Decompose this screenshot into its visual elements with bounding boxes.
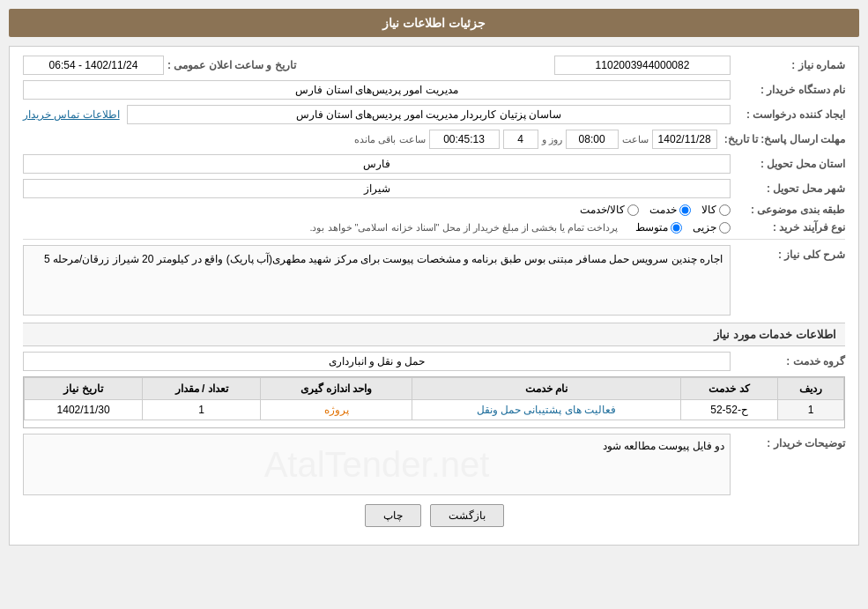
category-label-service: خدمت <box>649 204 677 216</box>
purchase-type-note: پرداخت تمام یا بخشی از مبلغ خریدار از مح… <box>309 222 618 234</box>
purchase-type-row: نوع فرآیند خرید : جزیی متوسط پرداخت تمام… <box>23 221 845 234</box>
description-row: شرح کلی نیاز : اجاره چندین سرویس حمل مسا… <box>23 245 845 316</box>
remaining-time-value: 00:45:13 <box>429 130 500 149</box>
category-option-both: کالا/خدمت <box>580 204 639 216</box>
category-option-service: خدمت <box>649 204 691 216</box>
announce-datetime-value: 1402/11/24 - 06:54 <box>23 56 164 75</box>
page-title: جزئیات اطلاعات نیاز <box>382 16 486 30</box>
city-row: شهر محل تحویل : شیراز <box>23 179 845 198</box>
buyer-notes-row: توضیحات خریدار : دو فایل پیوست مطالعه شو… <box>23 434 845 495</box>
page-wrapper: جزئیات اطلاعات نیاز شماره نیاز : 1102003… <box>0 0 868 609</box>
province-value: فارس <box>23 154 731 174</box>
table-header-row: ردیف کد خدمت نام خدمت واحد اندازه گیری ت… <box>25 378 844 400</box>
cell-unit: پروژه <box>261 400 412 420</box>
creator-contact-link[interactable]: اطلاعات تماس خریدار <box>23 108 120 121</box>
buyer-notes-text: دو فایل پیوست مطالعه شود <box>603 440 724 452</box>
city-value: شیراز <box>23 179 731 198</box>
category-option-goods: کالا <box>701 204 731 216</box>
cell-row-num: 1 <box>778 400 844 420</box>
buyer-notes-value: دو فایل پیوست مطالعه شود AtalTender.net <box>23 434 731 495</box>
cell-date: 1402/11/30 <box>25 400 143 420</box>
main-card: شماره نیاز : 1102003944000082 تاریخ و سا… <box>9 46 859 546</box>
back-button[interactable]: بازگشت <box>430 504 504 527</box>
service-table: ردیف کد خدمت نام خدمت واحد اندازه گیری ت… <box>24 377 844 420</box>
response-time-label: ساعت <box>622 134 649 145</box>
buyer-org-label: نام دستگاه خریدار : <box>731 84 845 96</box>
category-label-both: کالا/خدمت <box>580 204 625 216</box>
category-row: طبقه بندی موضوعی : کالا خدمت کالا/خدمت <box>23 204 845 216</box>
remaining-label: ساعت باقی مانده <box>354 134 425 145</box>
action-buttons: بازگشت چاپ <box>23 504 845 536</box>
purchase-type-radio-group: جزیی متوسط پرداخت تمام یا بخشی از مبلغ خ… <box>309 221 731 234</box>
creator-label: ایجاد کننده درخواست : <box>731 108 845 121</box>
response-days-value: 4 <box>503 130 538 149</box>
service-group-row: گروه خدمت : حمل و نقل و انبارداری <box>23 352 845 371</box>
purchase-type-label: نوع فرآیند خرید : <box>731 221 845 234</box>
services-section-header: اطلاعات خدمات مورد نیاز <box>23 323 845 346</box>
cell-quantity: 1 <box>143 400 261 420</box>
category-radio-both[interactable] <box>627 204 639 216</box>
need-number-row: شماره نیاز : 1102003944000082 تاریخ و سا… <box>23 56 845 75</box>
col-quantity: تعداد / مقدار <box>143 378 261 400</box>
province-label: استان محل تحویل : <box>731 158 845 170</box>
category-label: طبقه بندی موضوعی : <box>731 204 845 216</box>
col-service-code: کد خدمت <box>680 378 777 400</box>
watermark: AtalTender.net <box>264 445 490 485</box>
purchase-type-label-medium: متوسط <box>635 221 668 234</box>
col-row-num: ردیف <box>778 378 844 400</box>
response-time-value: 08:00 <box>566 130 619 149</box>
buyer-notes-label: توضیحات خریدار : <box>731 434 845 449</box>
cell-service-code: ح-52-52 <box>680 400 777 420</box>
description-value: اجاره چندین سرویس حمل مسافر مبتنی بوس طب… <box>23 245 731 316</box>
description-label: شرح کلی نیاز : <box>731 245 845 261</box>
buyer-org-value: مدیریت امور پردیس‌های استان فارس <box>23 80 731 100</box>
purchase-type-radio-partial[interactable] <box>719 222 731 234</box>
need-number-value: 1102003944000082 <box>554 56 731 75</box>
response-days-label: روز و <box>542 134 562 145</box>
response-date-value: 1402/11/28 <box>652 130 717 149</box>
creator-row: ایجاد کننده درخواست : ساسان پزتیان کاربر… <box>23 105 845 124</box>
purchase-type-medium: متوسط <box>635 221 682 234</box>
divider-1 <box>23 239 845 240</box>
buyer-org-row: نام دستگاه خریدار : مدیریت امور پردیس‌ها… <box>23 80 845 100</box>
purchase-type-label-partial: جزیی <box>693 221 716 234</box>
table-row: 1 ح-52-52 فعالیت های پشتیبانی حمل ونقل پ… <box>25 400 844 420</box>
category-radio-service[interactable] <box>679 204 691 216</box>
city-label: شهر محل تحویل : <box>731 182 845 195</box>
category-radio-group: کالا خدمت کالا/خدمت <box>580 204 731 216</box>
col-unit: واحد اندازه گیری <box>261 378 412 400</box>
col-date: تاریخ نیاز <box>25 378 143 400</box>
response-deadline-row: مهلت ارسال پاسخ: تا تاریخ: 1402/11/28 سا… <box>23 130 845 149</box>
service-group-label: گروه خدمت : <box>731 355 845 368</box>
print-button[interactable]: چاپ <box>365 504 421 527</box>
category-radio-goods[interactable] <box>719 204 731 216</box>
page-header: جزئیات اطلاعات نیاز <box>9 9 859 37</box>
service-group-value: حمل و نقل و انبارداری <box>23 352 731 371</box>
cell-service-name: فعالیت های پشتیبانی حمل ونقل <box>412 400 680 420</box>
creator-value: ساسان پزتیان کاربردار مدیریت امور پردیس‌… <box>127 105 731 124</box>
announce-datetime-label: تاریخ و ساعت اعلان عمومی : <box>164 59 296 71</box>
need-number-label: شماره نیاز : <box>731 59 845 71</box>
province-row: استان محل تحویل : فارس <box>23 154 845 174</box>
service-table-wrapper: ردیف کد خدمت نام خدمت واحد اندازه گیری ت… <box>23 376 845 428</box>
category-label-goods: کالا <box>701 204 716 216</box>
col-service-name: نام خدمت <box>412 378 680 400</box>
purchase-type-radio-medium[interactable] <box>671 222 682 234</box>
response-deadline-label: مهلت ارسال پاسخ: تا تاریخ: <box>717 133 845 145</box>
purchase-type-partial: جزیی <box>693 221 731 234</box>
